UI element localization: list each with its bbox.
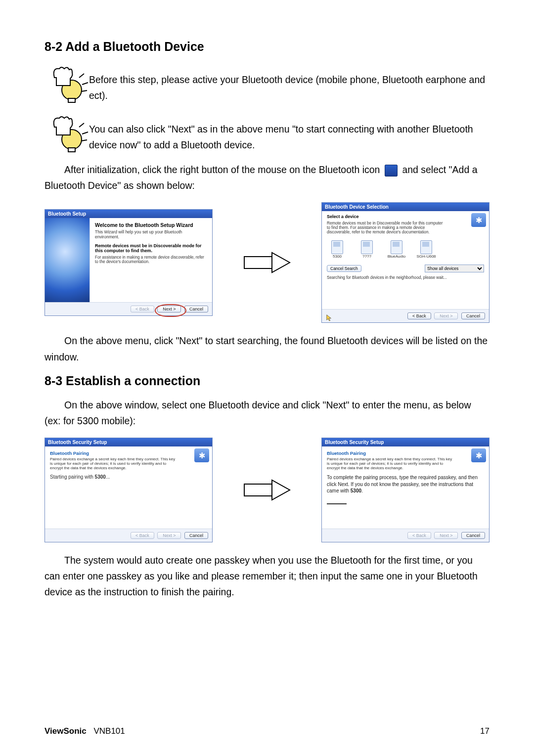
cancel-search-button[interactable]: Cancel Search	[327, 265, 361, 272]
device-item[interactable]: SGH-U608	[416, 240, 437, 259]
next-button[interactable]: Next >	[157, 306, 181, 312]
dialog-titlebar: Bluetooth Security Setup	[322, 438, 489, 446]
phone-icon	[361, 240, 373, 254]
tip-hand-bulb-icon	[44, 112, 89, 157]
passkey-input[interactable]	[327, 497, 347, 504]
pairing-heading: Bluetooth Pairing	[50, 450, 207, 456]
device-list: 5300 ???? BlueAudio SGH-U608	[327, 237, 484, 264]
svg-line-8	[82, 132, 88, 134]
bluetooth-icon	[471, 448, 486, 462]
wizard-globe-graphic	[45, 218, 90, 302]
text: ...	[106, 474, 110, 480]
text: After initialization, click the right bu…	[64, 164, 383, 175]
section-heading-8-2: 8-2 Add a Bluetooth Device	[44, 40, 490, 54]
bluetooth-icon	[194, 448, 209, 462]
back-button[interactable]: < Back	[131, 306, 154, 312]
screenshot-row: Bluetooth Security Setup Bluetooth Pairi…	[44, 438, 490, 542]
back-button[interactable]: < Back	[131, 532, 154, 539]
next-button[interactable]: Next >	[434, 312, 458, 319]
back-button[interactable]: < Back	[407, 532, 431, 539]
dialog-titlebar: Bluetooth Security Setup	[45, 438, 212, 446]
svg-line-7	[79, 123, 84, 127]
headset-icon	[391, 240, 402, 254]
phone-icon	[331, 240, 343, 254]
wizard-note-bold: Remote devices must be in Discoverable m…	[95, 243, 207, 253]
flow-arrow	[242, 475, 292, 505]
next-button[interactable]: Next >	[434, 532, 458, 539]
device-item[interactable]: 5300	[327, 240, 348, 259]
device-item[interactable]: BlueAudio	[386, 240, 407, 259]
dialog-security-setup-passkey: Bluetooth Security Setup Bluetooth Pairi…	[321, 438, 490, 542]
text: Starting pairing with	[50, 474, 95, 480]
flow-arrow	[242, 248, 292, 277]
tip-row: You can also click "Next" as in the abov…	[44, 112, 490, 157]
dialog-security-setup: Bluetooth Security Setup Bluetooth Pairi…	[44, 438, 213, 542]
section-heading-8-3: 8-3 Establish a connection	[44, 374, 490, 388]
cancel-button[interactable]: Cancel	[461, 312, 485, 319]
body-paragraph: After initialization, click the right bu…	[44, 162, 490, 193]
dialog-titlebar: Bluetooth Device Selection	[322, 203, 489, 211]
body-paragraph: The system would auto create one passkey…	[44, 552, 490, 600]
back-button[interactable]: < Back	[407, 312, 431, 319]
wizard-subtext: This Wizard will help you set up your Bl…	[95, 229, 207, 239]
pairing-subtext: Paired devices exchange a secret key eac…	[327, 457, 455, 470]
pairing-status: Starting pairing with 5300...	[50, 474, 207, 480]
device-name: 5300	[351, 488, 361, 493]
page-footer: ViewSonic VNB101 17	[44, 726, 490, 736]
svg-rect-1	[68, 98, 75, 102]
pairing-subtext: Paired devices exchange a secret key eac…	[50, 457, 178, 470]
pairing-heading: Bluetooth Pairing	[327, 450, 484, 456]
wizard-note: For assistance in making a remote device…	[95, 255, 207, 264]
tip-text: You can also click "Next" as in the abov…	[89, 112, 490, 153]
select-note: Remote devices must be in Discoverable m…	[327, 221, 445, 234]
cursor-icon	[326, 313, 333, 321]
dialog-titlebar: Bluetooth Setup	[45, 210, 212, 218]
page-number: 17	[480, 726, 490, 736]
svg-rect-6	[68, 148, 75, 152]
device-label: BlueAudio	[388, 254, 405, 259]
text: To complete the pairing process, type th…	[327, 475, 478, 493]
svg-line-2	[79, 74, 84, 78]
svg-rect-12	[244, 484, 272, 496]
pairing-instruction: To complete the pairing process, type th…	[327, 474, 484, 494]
button-label: Next >	[163, 307, 176, 311]
body-paragraph: On the above window, select one Bluetoot…	[44, 397, 490, 429]
svg-line-3	[82, 83, 88, 85]
device-item[interactable]: ????	[356, 240, 377, 259]
wizard-heading: Welcome to the Bluetooth Setup Wizard	[95, 222, 207, 228]
svg-rect-10	[244, 257, 272, 268]
device-name: 5300	[95, 474, 106, 480]
device-label: SGH-U608	[416, 254, 436, 259]
device-filter-select[interactable]: Show all devices	[425, 265, 484, 272]
document-page: 8-2 Add a Bluetooth Device Before this s…	[0, 0, 534, 756]
svg-marker-13	[272, 480, 290, 500]
body-paragraph: On the above menu, click "Next" to start…	[44, 333, 490, 364]
bluetooth-icon	[471, 213, 486, 227]
tip-row: Before this step, please active your Blu…	[44, 63, 490, 107]
bluetooth-tray-icon	[385, 165, 398, 177]
tip-text: Before this step, please active your Blu…	[89, 63, 490, 103]
next-button[interactable]: Next >	[157, 532, 181, 539]
phone-icon	[420, 240, 432, 254]
dialog-device-selection: Bluetooth Device Selection Select a devi…	[321, 202, 490, 323]
cancel-button[interactable]: Cancel	[184, 306, 208, 312]
search-status: Searching for Bluetooth devices in the n…	[327, 275, 484, 280]
tip-hand-bulb-icon	[44, 63, 89, 107]
dialog-bluetooth-setup: Bluetooth Setup Welcome to the Bluetooth…	[44, 209, 213, 316]
text: .	[361, 488, 363, 493]
select-heading: Select a device	[327, 214, 484, 219]
svg-marker-11	[272, 253, 290, 272]
footer-brand: ViewSonic	[44, 726, 87, 736]
screenshot-row: Bluetooth Setup Welcome to the Bluetooth…	[44, 202, 490, 323]
cancel-button[interactable]: Cancel	[461, 532, 485, 539]
device-label: ????	[362, 254, 371, 259]
device-label: 5300	[333, 254, 342, 259]
footer-model: VNB101	[93, 726, 125, 736]
cancel-button[interactable]: Cancel	[184, 532, 208, 539]
